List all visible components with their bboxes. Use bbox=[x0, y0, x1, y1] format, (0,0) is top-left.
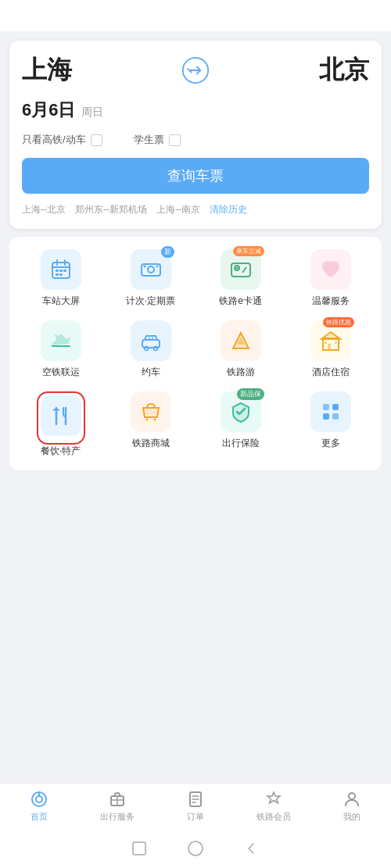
option-student[interactable]: 学生票 bbox=[134, 133, 181, 147]
air-rail-label: 空铁联运 bbox=[42, 366, 80, 379]
schedule-label: 车站大屏 bbox=[42, 295, 80, 308]
menu-item-warm[interactable]: 温馨服务 bbox=[291, 249, 370, 308]
menu-item-dining[interactable]: 餐饮·特产 bbox=[21, 391, 100, 458]
svg-rect-27 bbox=[328, 344, 331, 350]
dining-highlight bbox=[37, 391, 85, 445]
history-row: 上海--北京 郑州东--新郑机场 上海--南京 清除历史 bbox=[22, 203, 369, 216]
home-icon bbox=[30, 790, 48, 809]
options-row: 只看高铁/动车 学生票 bbox=[22, 133, 369, 147]
home-button[interactable] bbox=[187, 840, 204, 860]
nav-travel-label: 出行服务 bbox=[100, 811, 135, 823]
svg-rect-14 bbox=[231, 263, 250, 277]
search-button[interactable]: 查询车票 bbox=[22, 158, 369, 194]
menu-item-ecard[interactable]: 乘车立减 铁路e卡通 bbox=[201, 249, 280, 308]
svg-point-40 bbox=[36, 796, 42, 802]
insurance-badge: 新品保 bbox=[237, 388, 264, 400]
svg-rect-50 bbox=[133, 842, 145, 855]
menu-item-schedule[interactable]: 车站大屏 bbox=[21, 249, 100, 308]
status-bar bbox=[0, 0, 391, 31]
suitcase-icon bbox=[108, 790, 127, 809]
menu-item-shop[interactable]: 铁路商城 bbox=[111, 391, 190, 458]
menu-item-air-rail[interactable]: 空铁联运 bbox=[21, 320, 100, 379]
ecard-badge: 乘车立减 bbox=[233, 246, 264, 256]
menu-item-hotel[interactable]: 铁路优惠 酒店住宿 bbox=[291, 320, 370, 379]
nav-profile-label: 我的 bbox=[343, 811, 361, 823]
date-text: 6月6日 bbox=[22, 98, 75, 122]
svg-rect-35 bbox=[323, 404, 329, 410]
orders-icon bbox=[186, 790, 205, 809]
menu-item-taxi[interactable]: 约车 bbox=[111, 320, 190, 379]
svg-rect-9 bbox=[59, 273, 63, 276]
nav-home-label: 首页 bbox=[30, 811, 48, 823]
more-label: 更多 bbox=[321, 437, 340, 450]
svg-rect-6 bbox=[59, 270, 63, 272]
nav-orders[interactable]: 订单 bbox=[156, 790, 235, 823]
history-item-1[interactable]: 上海--北京 bbox=[22, 203, 66, 216]
main-content: 上海 北京 6月6日 周日 只看高铁/动车 学生票 bbox=[0, 31, 391, 783]
menu-item-more[interactable]: 更多 bbox=[291, 391, 370, 458]
warm-label: 温馨服务 bbox=[312, 295, 350, 308]
option-highspeed[interactable]: 只看高铁/动车 bbox=[22, 133, 102, 147]
nav-home[interactable]: 首页 bbox=[0, 790, 78, 823]
insurance-icon-bg: 新品保 bbox=[221, 391, 261, 432]
nav-member[interactable]: 铁路会员 bbox=[235, 790, 313, 823]
warm-icon-bg bbox=[310, 249, 351, 290]
periodic-icon-bg: 新 bbox=[131, 249, 171, 290]
weekday-text: 周日 bbox=[81, 105, 103, 120]
svg-rect-38 bbox=[332, 413, 339, 420]
svg-rect-28 bbox=[325, 341, 327, 344]
menu-item-travel[interactable]: 铁路游 bbox=[201, 320, 280, 379]
hotel-icon-bg: 铁路优惠 bbox=[310, 320, 351, 361]
svg-point-49 bbox=[349, 793, 355, 799]
student-checkbox[interactable] bbox=[169, 134, 181, 146]
svg-rect-7 bbox=[63, 270, 66, 272]
history-item-3[interactable]: 上海--南京 bbox=[156, 203, 200, 216]
ecard-icon-bg: 乘车立减 bbox=[221, 249, 261, 290]
taxi-icon-bg bbox=[131, 320, 171, 361]
date-row[interactable]: 6月6日 周日 bbox=[22, 98, 369, 122]
back-chevron[interactable] bbox=[243, 840, 260, 860]
to-city: 北京 bbox=[319, 53, 369, 88]
air-rail-icon-bg bbox=[41, 320, 81, 361]
gesture-bar bbox=[0, 835, 391, 868]
svg-point-51 bbox=[188, 841, 203, 855]
swap-button[interactable] bbox=[180, 55, 211, 86]
periodic-label: 计次·定期票 bbox=[126, 295, 175, 308]
svg-rect-29 bbox=[335, 341, 337, 344]
svg-point-34 bbox=[153, 419, 156, 421]
member-icon bbox=[264, 790, 283, 809]
nav-member-label: 铁路会员 bbox=[256, 811, 291, 823]
grid-row-2: 空铁联运 约车 bbox=[16, 320, 375, 379]
svg-point-33 bbox=[145, 419, 148, 421]
highspeed-checkbox[interactable] bbox=[91, 134, 102, 146]
search-card: 上海 北京 6月6日 周日 只看高铁/动车 学生票 bbox=[9, 41, 382, 229]
grid-row-1: 车站大屏 新 计次·定期票 乘车立减 bbox=[16, 249, 375, 308]
grid-row-3: 餐饮·特产 铁路商城 新品保 bbox=[16, 391, 375, 458]
shop-label: 铁路商城 bbox=[132, 437, 170, 450]
periodic-badge: 新 bbox=[161, 246, 174, 258]
back-button[interactable] bbox=[131, 840, 148, 860]
nav-orders-label: 订单 bbox=[187, 811, 204, 823]
history-clear[interactable]: 清除历史 bbox=[210, 203, 247, 216]
option-student-label: 学生票 bbox=[134, 133, 164, 147]
svg-marker-26 bbox=[321, 332, 340, 339]
hotel-label: 酒店住宿 bbox=[312, 366, 350, 379]
option-highspeed-label: 只看高铁/动车 bbox=[22, 133, 86, 147]
from-city: 上海 bbox=[22, 53, 72, 88]
nav-profile[interactable]: 我的 bbox=[313, 790, 391, 823]
ecard-label: 铁路e卡通 bbox=[219, 295, 262, 308]
history-item-2[interactable]: 郑州东--新郑机场 bbox=[75, 203, 147, 216]
bottom-nav: 首页 出行服务 订单 bbox=[0, 783, 391, 835]
dining-label: 餐饮·特产 bbox=[41, 445, 81, 458]
route-row: 上海 北京 bbox=[22, 53, 369, 88]
menu-item-periodic[interactable]: 新 计次·定期票 bbox=[111, 249, 190, 308]
travel-label: 铁路游 bbox=[227, 366, 255, 379]
insurance-label: 出行保险 bbox=[222, 437, 260, 450]
menu-item-insurance[interactable]: 新品保 出行保险 bbox=[201, 391, 280, 458]
svg-rect-8 bbox=[56, 273, 59, 276]
svg-rect-37 bbox=[323, 413, 329, 420]
nav-travel[interactable]: 出行服务 bbox=[78, 790, 156, 823]
svg-rect-5 bbox=[56, 270, 59, 272]
taxi-label: 约车 bbox=[142, 366, 160, 379]
svg-rect-36 bbox=[332, 404, 339, 410]
